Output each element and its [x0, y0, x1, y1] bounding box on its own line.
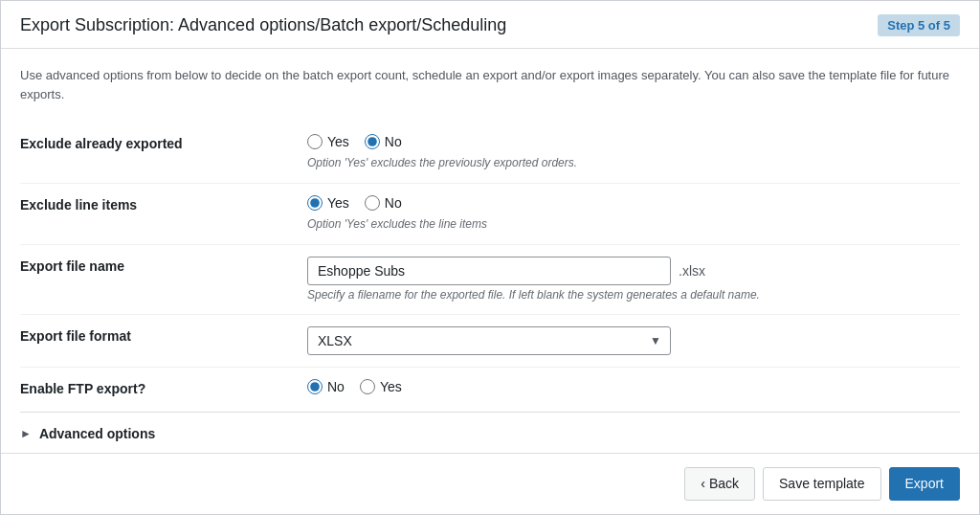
export-file-format-select-wrapper: XLSX CSV XLS ODS ▼ — [307, 326, 671, 355]
form-table: Exclude already exported Yes No Option '… — [20, 123, 960, 412]
export-file-name-hint: Specify a filename for the exported file… — [307, 287, 960, 303]
exclude-line-items-yes-radio[interactable] — [307, 195, 323, 211]
export-file-format-row: Export file format XLSX CSV XLS ODS ▼ — [20, 315, 960, 368]
exclude-already-exported-row: Exclude already exported Yes No Option '… — [20, 123, 960, 183]
exclude-already-exported-yes-label[interactable]: Yes — [307, 134, 349, 149]
exclude-line-items-hint: Option 'Yes' excludes the line items — [307, 216, 960, 233]
enable-ftp-no-text: No — [327, 379, 345, 394]
file-name-wrapper: .xlsx — [307, 257, 960, 285]
save-template-button[interactable]: Save template — [763, 467, 881, 501]
enable-ftp-no-radio[interactable] — [307, 379, 323, 394]
exclude-already-exported-field: Yes No Option 'Yes' excludes the previou… — [307, 123, 960, 183]
modal-body: Use advanced options from below to decid… — [1, 49, 979, 453]
modal-footer: ‹ Back Save template Export — [1, 453, 979, 514]
exclude-already-exported-label: Exclude already exported — [20, 123, 307, 183]
enable-ftp-yes-label[interactable]: Yes — [360, 379, 402, 394]
exclude-already-exported-hint: Option 'Yes' excludes the previously exp… — [307, 155, 960, 171]
exclude-already-exported-no-radio[interactable] — [365, 134, 380, 149]
modal-container: Export Subscription: Advanced options/Ba… — [0, 0, 980, 515]
export-file-format-field: XLSX CSV XLS ODS ▼ — [307, 315, 960, 368]
exclude-already-exported-yes-radio[interactable] — [307, 134, 323, 149]
step-badge: Step 5 of 5 — [878, 14, 960, 36]
exclude-already-exported-radio-group: Yes No — [307, 134, 960, 149]
advanced-options-label: Advanced options — [39, 426, 155, 441]
enable-ftp-export-row: Enable FTP export? No Yes — [20, 368, 960, 413]
modal-title: Export Subscription: Advanced options/Ba… — [20, 15, 506, 35]
chevron-right-icon: ► — [20, 427, 32, 440]
export-file-name-input[interactable] — [307, 257, 671, 285]
file-extension: .xlsx — [679, 263, 705, 279]
exclude-line-items-radio-group: Yes No — [307, 195, 960, 211]
back-label: Back — [709, 474, 739, 494]
export-file-name-row: Export file name .xlsx Specify a filenam… — [20, 244, 960, 315]
enable-ftp-export-field: No Yes — [307, 368, 960, 413]
enable-ftp-yes-radio[interactable] — [360, 379, 375, 394]
exclude-line-items-row: Exclude line items Yes No Option 'Yes' e… — [20, 183, 960, 244]
export-file-name-label: Export file name — [20, 244, 307, 315]
exclude-line-items-yes-label[interactable]: Yes — [307, 195, 349, 211]
back-chevron-icon: ‹ — [701, 474, 705, 494]
back-button[interactable]: ‹ Back — [684, 467, 755, 501]
enable-ftp-yes-text: Yes — [380, 379, 402, 394]
export-button[interactable]: Export — [889, 467, 960, 501]
exclude-line-items-no-text: No — [385, 195, 402, 211]
exclude-already-exported-no-text: No — [385, 134, 402, 149]
enable-ftp-export-label: Enable FTP export? — [20, 368, 307, 413]
enable-ftp-no-label[interactable]: No — [307, 379, 345, 394]
export-file-name-field: .xlsx Specify a filename for the exporte… — [307, 244, 960, 315]
exclude-line-items-no-radio[interactable] — [365, 195, 380, 211]
description-text: Use advanced options from below to decid… — [20, 66, 960, 103]
exclude-line-items-yes-text: Yes — [327, 195, 349, 211]
exclude-line-items-no-label[interactable]: No — [365, 195, 402, 211]
modal-header: Export Subscription: Advanced options/Ba… — [1, 1, 979, 49]
enable-ftp-export-radio-group: No Yes — [307, 379, 960, 394]
advanced-options-row[interactable]: ► Advanced options — [20, 412, 960, 453]
export-file-format-select[interactable]: XLSX CSV XLS ODS — [307, 326, 671, 355]
exclude-already-exported-no-label[interactable]: No — [365, 134, 402, 149]
exclude-line-items-label: Exclude line items — [20, 183, 307, 244]
exclude-already-exported-yes-text: Yes — [327, 134, 349, 149]
export-file-format-label: Export file format — [20, 315, 307, 368]
exclude-line-items-field: Yes No Option 'Yes' excludes the line it… — [307, 183, 960, 244]
